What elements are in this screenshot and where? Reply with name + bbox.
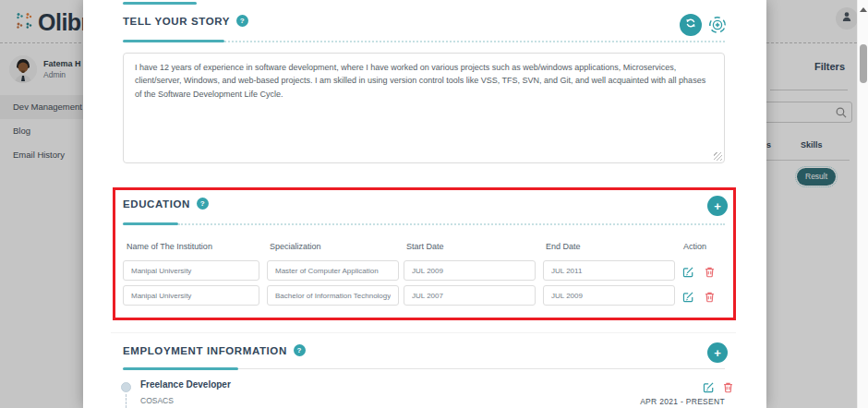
column-header-institution: Name of The Institution [127, 242, 212, 251]
delete-icon[interactable] [704, 290, 716, 302]
refresh-icon [684, 17, 697, 33]
timeline-dot [121, 382, 131, 392]
institution-input[interactable] [123, 260, 259, 281]
employment-underline [123, 367, 238, 370]
section-title-story: TELL YOUR STORY ? [123, 15, 248, 27]
end-date-input[interactable] [543, 285, 675, 306]
edit-icon[interactable] [703, 380, 715, 392]
regenerate-plus-icon[interactable] [707, 15, 728, 35]
start-date-input[interactable] [404, 260, 536, 281]
employment-underline-track [238, 368, 725, 369]
previous-section-underline [123, 2, 197, 5]
timeline-line [126, 394, 127, 408]
story-title-text: TELL YOUR STORY [123, 16, 230, 27]
column-header-action: Action [683, 242, 706, 251]
job-company: COSACS [140, 396, 174, 405]
delete-icon[interactable] [722, 380, 734, 392]
scrollbar-thumb[interactable] [860, 44, 867, 83]
employment-title-text: EMPLOYMENT INFORMATION [123, 345, 287, 356]
divider [111, 332, 736, 333]
profile-edit-modal: TELL YOUR STORY ? [83, 0, 766, 408]
specialization-input[interactable] [267, 285, 399, 306]
section-title-education: EDUCATION ? [123, 198, 209, 210]
add-employment-button[interactable]: + [707, 342, 728, 363]
add-education-button[interactable]: + [707, 196, 728, 216]
column-header-end-date: End Date [546, 242, 581, 251]
screen: Olibr [0, 0, 868, 408]
edit-icon[interactable] [682, 290, 694, 302]
story-underline [123, 40, 224, 42]
browser-scrollbar[interactable] [857, 0, 868, 408]
refresh-story-button[interactable] [680, 14, 702, 36]
section-title-employment: EMPLOYMENT INFORMATION ? [123, 344, 306, 356]
help-icon[interactable]: ? [294, 344, 306, 356]
column-header-specialization: Specialization [270, 242, 321, 251]
specialization-input[interactable] [267, 260, 399, 281]
scrollbar-up-arrow-icon[interactable] [860, 7, 867, 12]
education-underline [123, 222, 178, 225]
help-icon[interactable]: ? [197, 198, 209, 210]
edit-icon[interactable] [682, 265, 694, 277]
delete-icon[interactable] [704, 265, 716, 277]
column-header-start-date: Start Date [406, 242, 444, 251]
education-title-text: EDUCATION [123, 198, 190, 210]
education-underline-track [178, 223, 725, 225]
institution-input[interactable] [123, 285, 259, 306]
job-period: APR 2021 - PRESENT [545, 397, 725, 406]
textarea-resize-handle[interactable] [714, 152, 722, 161]
job-role: Freelance Developer [140, 379, 231, 390]
start-date-input[interactable] [404, 285, 536, 306]
story-underline-track [224, 41, 725, 42]
end-date-input[interactable] [543, 260, 675, 281]
story-textarea[interactable]: I have 12 years of experience in softwar… [123, 53, 725, 163]
help-icon[interactable]: ? [236, 15, 248, 27]
